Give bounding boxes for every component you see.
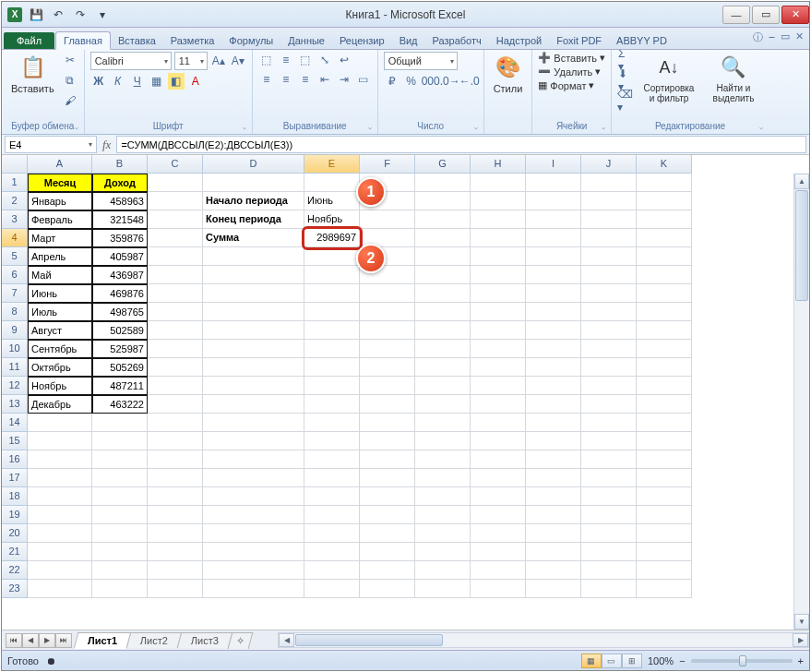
formula-input[interactable]: =СУММ(ДВССЫЛ(E2):ДВССЫЛ(E3)) <box>116 136 806 153</box>
align-right-icon[interactable]: ≡ <box>297 71 314 88</box>
view-normal-icon[interactable]: ▦ <box>581 654 602 668</box>
grow-font-icon[interactable]: A▴ <box>210 53 227 69</box>
row-header-15[interactable]: 15 <box>2 432 28 450</box>
align-top-icon[interactable]: ⬚ <box>258 52 275 68</box>
dec-decimal-icon[interactable]: ←.0 <box>461 73 478 90</box>
cell-B8[interactable]: 498765 <box>92 303 148 321</box>
row-header-5[interactable]: 5 <box>2 247 28 266</box>
row-header-12[interactable]: 12 <box>2 377 28 395</box>
cell-A11[interactable]: Октябрь <box>28 358 92 377</box>
row-header-11[interactable]: 11 <box>2 358 28 377</box>
borders-icon[interactable]: ▦ <box>149 73 165 90</box>
zoom-knob[interactable] <box>739 655 746 666</box>
cell-A12[interactable]: Ноябрь <box>28 377 92 395</box>
insert-cells-button[interactable]: ➕Вставить ▾ <box>538 52 605 64</box>
cell-A13[interactable]: Декабрь <box>28 395 92 414</box>
tab-insert[interactable]: Вставка <box>111 32 163 49</box>
column-header-J[interactable]: J <box>581 155 637 174</box>
comma-icon[interactable]: 000 <box>423 73 439 90</box>
cell-B13[interactable]: 463222 <box>92 395 148 414</box>
scroll-thumb-v[interactable] <box>795 190 808 301</box>
percent-icon[interactable]: % <box>403 73 420 90</box>
new-sheet-button[interactable]: ✧ <box>228 632 254 649</box>
cell-A6[interactable]: Май <box>28 266 92 284</box>
format-cells-button[interactable]: ▦Формат ▾ <box>538 79 605 91</box>
zoom-out-button[interactable]: − <box>679 655 685 666</box>
row-header-23[interactable]: 23 <box>2 580 28 598</box>
worksheet-grid[interactable]: ABCDEFGHIJK 1234567891011121314151617181… <box>2 155 809 630</box>
row-header-13[interactable]: 13 <box>2 395 28 414</box>
format-painter-icon[interactable]: 🖌 <box>62 92 78 109</box>
tab-layout[interactable]: Разметка <box>163 32 222 49</box>
cell-A2[interactable]: Январь <box>28 192 92 210</box>
column-header-D[interactable]: D <box>203 155 304 174</box>
cell-B11[interactable]: 505269 <box>92 358 148 377</box>
merge-icon[interactable]: ▭ <box>355 71 372 88</box>
fx-icon[interactable]: fx <box>102 138 111 152</box>
doc-close-icon[interactable]: ✕ <box>795 30 804 44</box>
wrap-text-icon[interactable]: ↩ <box>336 52 352 68</box>
row-header-19[interactable]: 19 <box>2 506 28 524</box>
number-format-combo[interactable]: Общий <box>384 52 458 70</box>
indent-inc-icon[interactable]: ⇥ <box>336 71 352 88</box>
cell-B7[interactable]: 469876 <box>92 284 148 303</box>
sheet-last-icon[interactable]: ⏭ <box>55 633 72 648</box>
tab-view[interactable]: Вид <box>392 32 425 49</box>
row-header-14[interactable]: 14 <box>2 414 28 432</box>
align-bottom-icon[interactable]: ⬚ <box>297 52 314 68</box>
indent-dec-icon[interactable]: ⇤ <box>316 71 333 88</box>
tab-developer[interactable]: Разработч <box>425 32 489 49</box>
inc-decimal-icon[interactable]: .0→ <box>442 73 459 90</box>
paste-button[interactable]: 📋 Вставить <box>7 52 58 96</box>
cell-A3[interactable]: Февраль <box>28 210 92 229</box>
align-middle-icon[interactable]: ≡ <box>278 52 294 68</box>
autosum-icon[interactable]: Σ ▾ <box>617 52 634 68</box>
row-header-16[interactable]: 16 <box>2 450 28 469</box>
tab-formulas[interactable]: Формулы <box>221 32 280 49</box>
tab-data[interactable]: Данные <box>280 32 332 49</box>
cell-B12[interactable]: 487211 <box>92 377 148 395</box>
cell-A7[interactable]: Июнь <box>28 284 92 303</box>
sheet-tab-2[interactable]: Лист2 <box>126 632 183 648</box>
styles-button[interactable]: 🎨 Стили <box>490 52 527 96</box>
close-button[interactable]: ✕ <box>781 6 809 24</box>
tab-foxit[interactable]: Foxit PDF <box>549 32 609 49</box>
align-left-icon[interactable]: ≡ <box>258 71 275 88</box>
undo-icon[interactable]: ↶ <box>50 6 66 23</box>
row-header-21[interactable]: 21 <box>2 543 28 561</box>
sheet-next-icon[interactable]: ▶ <box>39 633 55 648</box>
tab-abbyy[interactable]: ABBYY PD <box>609 32 674 49</box>
copy-icon[interactable]: ⧉ <box>62 72 78 89</box>
zoom-slider[interactable] <box>691 659 793 663</box>
sheet-prev-icon[interactable]: ◀ <box>22 633 39 648</box>
cell-D3[interactable]: Конец периода <box>203 210 304 229</box>
row-header-18[interactable]: 18 <box>2 487 28 506</box>
row-header-17[interactable]: 17 <box>2 469 28 487</box>
bold-button[interactable]: Ж <box>90 73 107 90</box>
font-color-icon[interactable]: A <box>187 73 204 90</box>
cell-E3[interactable]: Ноябрь <box>304 210 360 229</box>
row-header-22[interactable]: 22 <box>2 561 28 580</box>
font-name-combo[interactable]: Calibri <box>90 52 172 70</box>
cell-A4[interactable]: Март <box>28 229 92 247</box>
file-tab[interactable]: Файл <box>4 32 54 49</box>
row-header-9[interactable]: 9 <box>2 321 28 340</box>
row-header-7[interactable]: 7 <box>2 284 28 303</box>
column-header-A[interactable]: A <box>28 155 92 174</box>
fill-color-icon[interactable]: ◧ <box>168 73 185 90</box>
row-header-4[interactable]: 4 <box>2 229 28 247</box>
help-icon[interactable]: ⓘ <box>753 30 763 44</box>
cell-B5[interactable]: 405987 <box>92 247 148 266</box>
column-header-B[interactable]: B <box>92 155 148 174</box>
column-header-C[interactable]: C <box>148 155 203 174</box>
vertical-scrollbar[interactable]: ▲ ▼ <box>793 174 809 630</box>
scroll-right-icon[interactable]: ▶ <box>793 633 808 647</box>
row-header-1[interactable]: 1 <box>2 174 28 192</box>
row-header-8[interactable]: 8 <box>2 303 28 321</box>
name-box[interactable]: E4 <box>5 136 97 153</box>
tab-addin[interactable]: Надстрой <box>489 32 549 49</box>
row-header-20[interactable]: 20 <box>2 524 28 543</box>
cell-A9[interactable]: Август <box>28 321 92 340</box>
zoom-percent[interactable]: 100% <box>648 655 674 666</box>
cell-B10[interactable]: 525987 <box>92 340 148 358</box>
